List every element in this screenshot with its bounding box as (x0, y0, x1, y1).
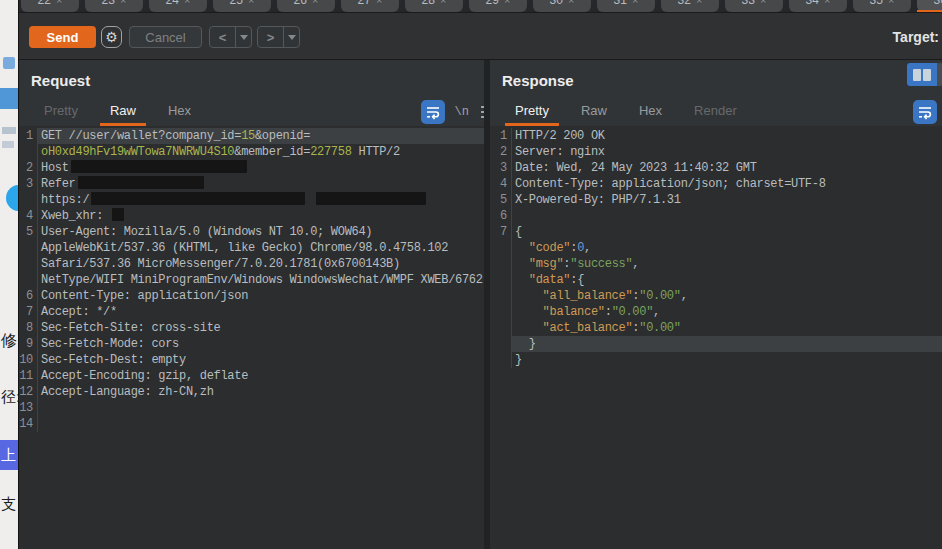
split-view-icon[interactable] (907, 63, 937, 86)
repeater-tab-27[interactable]: 27× (341, 0, 399, 12)
editor-line[interactable]: 3Refer (19, 176, 502, 192)
editor-line[interactable]: 9Sec-Fetch-Mode: cors (19, 336, 502, 352)
gear-icon[interactable]: ⚙ (101, 26, 122, 48)
editor-line[interactable]: https:/ l (19, 192, 502, 208)
editor-line[interactable]: 2Host (19, 160, 502, 176)
close-icon[interactable]: × (56, 0, 62, 6)
repeater-tab-24[interactable]: 24× (149, 0, 207, 12)
tab-request-raw[interactable]: Raw (100, 100, 146, 126)
close-icon[interactable]: × (760, 0, 766, 6)
line-text: Safari/537.36 MicroMessenger/7.0.20.1781… (38, 256, 502, 272)
layout-option-icon[interactable] (937, 63, 942, 86)
line-number (19, 192, 38, 208)
editor-line[interactable]: 11Accept-Encoding: gzip, deflate (19, 368, 502, 384)
line-text: Content-Type: application/json; charset=… (512, 176, 942, 192)
editor-line[interactable]: ″act_balance″:″0.00″ (490, 320, 942, 336)
close-icon[interactable]: × (376, 0, 382, 6)
editor-line[interactable]: 13 (19, 400, 502, 416)
tab-response-raw[interactable]: Raw (571, 100, 617, 126)
line-number (490, 352, 512, 368)
next-dropdown-arrow-icon[interactable] (284, 35, 299, 40)
editor-line[interactable]: } (490, 352, 942, 368)
repeater-tab-25[interactable]: 25× (213, 0, 271, 12)
close-icon[interactable]: × (504, 0, 510, 6)
close-icon[interactable]: × (440, 0, 446, 6)
close-icon[interactable]: × (632, 0, 638, 6)
close-icon[interactable]: × (184, 0, 190, 6)
background-text-fragment: 上 (1, 446, 16, 465)
background-text-fragment: 修 (1, 331, 17, 352)
editor-line[interactable]: 1GET //user/wallet?company_id=15&openid= (19, 128, 502, 144)
line-number (490, 304, 512, 320)
repeater-tab-34[interactable]: 34× (789, 0, 847, 12)
repeater-tab-bar: 22×23×24×25×26×27×28×29×30×31×32×33×34×3… (19, 0, 942, 12)
editor-line[interactable]: 7Accept: */* (19, 304, 502, 320)
repeater-tab-23[interactable]: 23× (85, 0, 143, 12)
chevron-right-icon[interactable]: > (258, 30, 283, 45)
editor-line[interactable]: 5X-Powered-By: PHP/7.1.31 (490, 192, 942, 208)
editor-line[interactable]: ″data″:{ (490, 272, 942, 288)
editor-line[interactable]: 14 (19, 416, 502, 432)
editor-line[interactable]: } (490, 336, 942, 352)
tab-response-hex[interactable]: Hex (629, 100, 672, 126)
word-wrap-icon[interactable] (421, 100, 445, 124)
editor-line[interactable]: ″code″:0, (490, 240, 942, 256)
editor-line[interactable]: 2Server: nginx (490, 144, 942, 160)
editor-line[interactable]: 8Sec-Fetch-Site: cross-site (19, 320, 502, 336)
repeater-tab-29[interactable]: 29× (469, 0, 527, 12)
repeater-tab-30[interactable]: 30× (533, 0, 591, 12)
newline-toggle-icon[interactable]: \n (455, 105, 469, 119)
editor-line[interactable]: 6 (490, 208, 942, 224)
close-icon[interactable]: × (248, 0, 254, 6)
repeater-tab-32[interactable]: 32× (661, 0, 719, 12)
tab-response-render[interactable]: Render (684, 100, 747, 126)
close-icon[interactable]: × (696, 0, 702, 6)
close-icon[interactable]: × (888, 0, 894, 6)
close-icon[interactable]: × (120, 0, 126, 6)
editor-line[interactable]: 5User-Agent: Mozilla/5.0 (Windows NT 10.… (19, 224, 502, 240)
repeater-tab-33[interactable]: 33× (725, 0, 783, 12)
editor-line[interactable]: ″msg″:″success″, (490, 256, 942, 272)
editor-line[interactable]: ″balance″:″0.00″, (490, 304, 942, 320)
editor-line[interactable]: ″all_balance″:″0.00″, (490, 288, 942, 304)
editor-line[interactable]: 4Xweb_xhr: (19, 208, 502, 224)
editor-line[interactable]: 12Accept-Language: zh-CN,zh (19, 384, 502, 400)
response-editor[interactable]: 1HTTP/2 200 OK2Server: nginx3Date: Wed, … (490, 126, 942, 549)
editor-line[interactable]: Safari/537.36 MicroMessenger/7.0.20.1781… (19, 256, 502, 272)
background-text-sliver (2, 141, 14, 148)
previous-request-button[interactable]: < (209, 26, 252, 48)
editor-line[interactable]: 10Sec-Fetch-Dest: empty (19, 352, 502, 368)
request-panel: Request Pretty Raw Hex \n 1GET (19, 60, 502, 549)
next-request-button[interactable]: > (257, 26, 300, 48)
background-text-fragment: 支 (1, 495, 16, 514)
request-editor[interactable]: 1GET //user/wallet?company_id=15&openid=… (19, 126, 502, 549)
editor-line[interactable]: AppleWebKit/537.36 (KHTML, like Gecko) C… (19, 240, 502, 256)
redaction-box (112, 208, 124, 221)
line-number: 2 (490, 144, 512, 160)
close-icon[interactable]: × (568, 0, 574, 6)
editor-line[interactable]: 6Content-Type: application/json (19, 288, 502, 304)
send-button[interactable]: Send (29, 26, 96, 48)
editor-line[interactable]: 3Date: Wed, 24 May 2023 11:40:32 GMT (490, 160, 942, 176)
repeater-tab-35[interactable]: 35× (853, 0, 911, 12)
line-number: 12 (19, 384, 38, 400)
prev-dropdown-arrow-icon[interactable] (236, 35, 251, 40)
close-icon[interactable]: × (312, 0, 318, 6)
tab-request-hex[interactable]: Hex (158, 100, 201, 126)
repeater-tab-31[interactable]: 31× (597, 0, 655, 12)
line-text: ″balance″:″0.00″, (512, 304, 942, 320)
tab-request-pretty[interactable]: Pretty (34, 100, 88, 126)
repeater-tab-28[interactable]: 28× (405, 0, 463, 12)
cancel-button[interactable]: Cancel (129, 26, 202, 48)
close-icon[interactable]: × (824, 0, 830, 6)
tab-response-pretty[interactable]: Pretty (505, 100, 559, 126)
editor-line[interactable]: oH0xd49hFv19wWTowa7NWRWU4S10&member_id=2… (19, 144, 502, 160)
word-wrap-icon[interactable] (913, 100, 937, 124)
repeater-tab-26[interactable]: 26× (277, 0, 335, 12)
editor-line[interactable]: NetType/WIFI MiniProgramEnv/Windows Wind… (19, 272, 502, 288)
editor-line[interactable]: 7{ (490, 224, 942, 240)
editor-line[interactable]: 4Content-Type: application/json; charset… (490, 176, 942, 192)
editor-line[interactable]: 1HTTP/2 200 OK (490, 128, 942, 144)
chevron-left-icon[interactable]: < (210, 30, 235, 45)
repeater-tab-22[interactable]: 22× (21, 0, 79, 12)
